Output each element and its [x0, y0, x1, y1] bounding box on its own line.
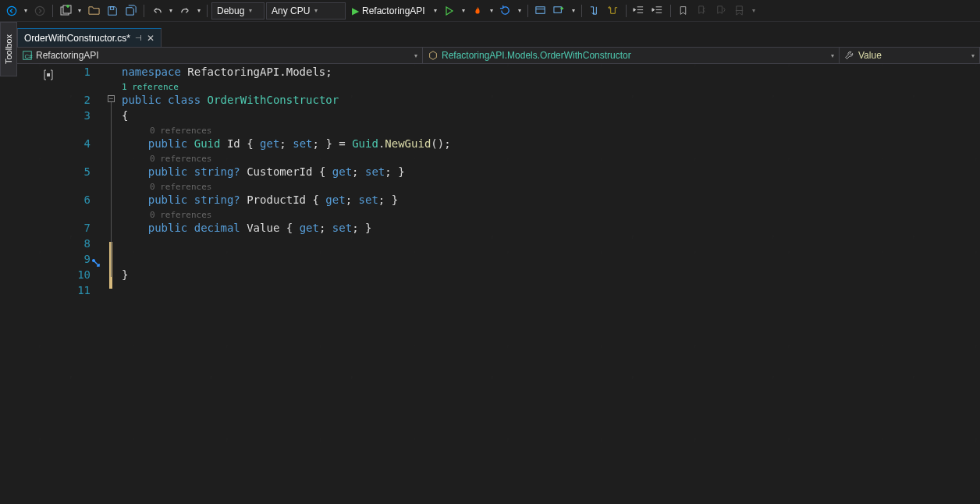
line-number: 8: [39, 236, 91, 251]
code-content: namespace RefactoringAPI.Models; 1 refer…: [122, 64, 980, 298]
browser-link-button[interactable]: [532, 2, 549, 20]
svg-rect-5: [536, 7, 545, 13]
clear-bookmarks-button[interactable]: [731, 2, 748, 20]
pin-icon[interactable]: ⊣: [135, 34, 142, 42]
nav-forward-button: [31, 2, 48, 20]
project-name: RefactoringAPI: [36, 50, 99, 61]
line-number: 9: [39, 251, 91, 267]
start-dropdown[interactable]: ▾: [434, 7, 437, 14]
line-number: 3: [39, 108, 91, 123]
toolbar-separator: [581, 5, 582, 17]
toolbar-separator: [626, 5, 627, 17]
save-button[interactable]: [104, 2, 121, 20]
codelens[interactable]: 0 references: [122, 123, 980, 136]
line-number: 2: [39, 92, 91, 108]
prev-bookmark-button[interactable]: [694, 2, 711, 20]
codelens[interactable]: 0 references: [122, 179, 980, 192]
toolbar-separator: [52, 5, 53, 17]
code-line: [122, 236, 980, 251]
nav-back-dropdown[interactable]: ▾: [24, 7, 27, 14]
restart-button[interactable]: [497, 2, 514, 20]
start-without-debugging-button[interactable]: [441, 2, 458, 20]
close-icon[interactable]: ✕: [147, 33, 154, 44]
play-icon: ▶: [352, 5, 359, 16]
quick-action-icon[interactable]: [91, 257, 103, 270]
main-toolbar: ▾ ▾ ▾ ▾ Debug ▾ Any CPU ▾ ▶ RefactoringA…: [0, 0, 980, 22]
class-name: RefactoringAPI.Models.OrderWithConstruct…: [442, 50, 631, 61]
code-editor[interactable]: 1 2 3 4 5 6 7 8 9 10 11 − namespace Refa…: [39, 64, 980, 504]
chevron-down-icon: ▾: [971, 52, 975, 59]
csharp-project-icon: C#: [22, 50, 33, 61]
start-debugging-button[interactable]: ▶ RefactoringAPI: [347, 2, 430, 20]
chevron-down-icon: ▾: [831, 52, 834, 59]
svg-point-10: [92, 259, 95, 262]
class-icon: [428, 50, 439, 61]
solution-config-label: Debug: [217, 5, 244, 16]
new-project-dropdown[interactable]: ▾: [78, 7, 81, 14]
codelens[interactable]: 0 references: [122, 208, 980, 220]
wrench-icon: [844, 50, 855, 61]
open-file-button[interactable]: [85, 2, 102, 20]
undo-button[interactable]: [148, 2, 165, 20]
toolbox-tab[interactable]: Toolbox: [0, 22, 17, 76]
line-number: 4: [39, 136, 91, 151]
save-all-button[interactable]: [123, 2, 140, 20]
restart-dropdown[interactable]: ▾: [518, 7, 521, 14]
code-line: }: [122, 267, 980, 282]
line-number: 11: [39, 282, 91, 298]
hot-reload-dropdown[interactable]: ▾: [490, 7, 493, 14]
line-number: 1: [39, 64, 91, 80]
toolbar-separator: [207, 5, 208, 17]
indent-button[interactable]: [649, 2, 666, 20]
line-number: 5: [39, 164, 91, 179]
solution-platform-combo[interactable]: Any CPU ▾: [266, 2, 346, 20]
codelens[interactable]: 0 references: [122, 151, 980, 164]
add-browser-button[interactable]: [551, 2, 568, 20]
chevron-down-icon: ▾: [314, 7, 318, 14]
class-dropdown[interactable]: RefactoringAPI.Models.OrderWithConstruct…: [423, 48, 840, 63]
line-number: 6: [39, 192, 91, 208]
nav-back-button[interactable]: [3, 2, 20, 20]
fold-toggle[interactable]: −: [108, 95, 115, 102]
solution-config-combo[interactable]: Debug ▾: [211, 2, 265, 20]
toolbar-separator: [144, 5, 144, 17]
step-over-button[interactable]: [605, 2, 622, 20]
tab-title: OrderWithConstructor.cs*: [24, 33, 130, 44]
svg-rect-4: [110, 6, 113, 9]
line-number: 7: [39, 220, 91, 236]
code-line: [122, 282, 980, 298]
redo-dropdown[interactable]: ▾: [197, 7, 201, 14]
line-number: 10: [39, 267, 91, 282]
code-line: public Guid Id { get; set; } = Guid.NewG…: [122, 136, 980, 151]
line-number-gutter: 1 2 3 4 5 6 7 8 9 10 11: [39, 64, 108, 504]
solution-platform-label: Any CPU: [272, 5, 310, 16]
codelens[interactable]: 1 reference: [122, 80, 980, 92]
member-dropdown[interactable]: Value ▾: [840, 48, 980, 63]
code-line: public string? CustomerId { get; set; }: [122, 164, 980, 179]
code-line: public class OrderWithConstructor: [122, 92, 980, 108]
bookmark-dropdown[interactable]: ▾: [752, 7, 755, 14]
debug-target-dropdown[interactable]: ▾: [462, 7, 465, 14]
svg-rect-6: [554, 7, 561, 13]
undo-dropdown[interactable]: ▾: [169, 7, 172, 14]
step-into-button[interactable]: [586, 2, 603, 20]
code-line: public decimal Value { get; set; }: [122, 220, 980, 236]
outdent-button[interactable]: [630, 2, 648, 20]
code-navigation-bar: C# RefactoringAPI ▾ RefactoringAPI.Model…: [17, 47, 980, 64]
document-tab[interactable]: OrderWithConstructor.cs* ⊣ ✕: [17, 28, 162, 47]
code-line: namespace RefactoringAPI.Models;: [122, 64, 980, 80]
bookmark-button[interactable]: [675, 2, 692, 20]
hot-reload-button[interactable]: [469, 2, 486, 20]
member-name: Value: [858, 50, 882, 61]
add-browser-dropdown[interactable]: ▾: [572, 7, 575, 14]
new-project-button[interactable]: [57, 2, 74, 20]
toolbox-label: Toolbox: [4, 34, 13, 64]
code-line: {: [122, 108, 980, 123]
chevron-down-icon: ▾: [249, 7, 252, 14]
toolbar-separator: [527, 5, 528, 17]
redo-button[interactable]: [176, 2, 194, 20]
toolbar-separator: [670, 5, 671, 17]
start-label: RefactoringAPI: [362, 5, 425, 16]
next-bookmark-button[interactable]: [712, 2, 730, 20]
project-dropdown[interactable]: C# RefactoringAPI ▾: [17, 48, 423, 63]
